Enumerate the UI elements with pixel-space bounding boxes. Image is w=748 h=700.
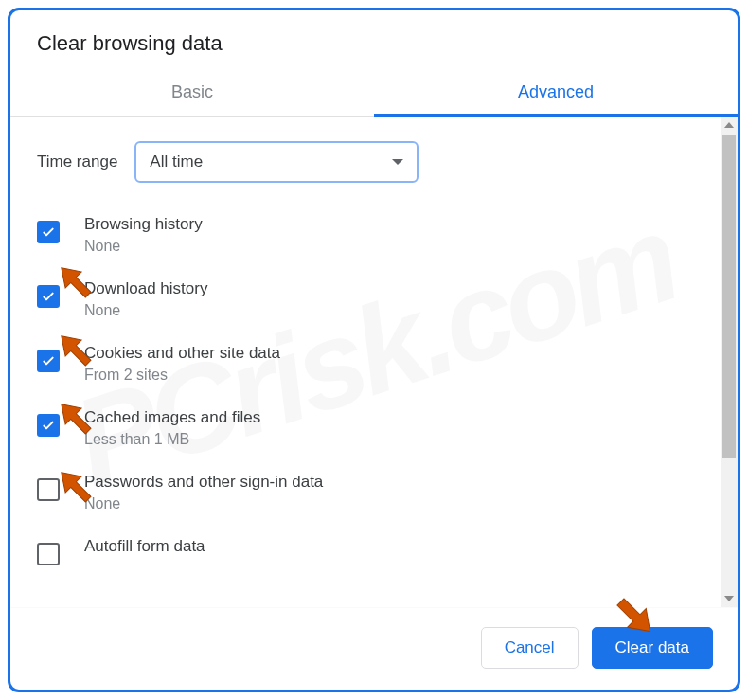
cancel-button[interactable]: Cancel <box>481 627 579 669</box>
chevron-up-icon <box>724 122 734 128</box>
scrollbar-thumb[interactable] <box>722 135 736 458</box>
time-range-label: Time range <box>37 153 117 171</box>
time-range-select[interactable]: All time <box>134 141 419 183</box>
tab-advanced[interactable]: Advanced <box>374 73 738 116</box>
option-browsing-history: Browsing history None <box>37 215 711 255</box>
chevron-down-icon <box>392 159 403 165</box>
option-subtitle: None <box>84 238 711 255</box>
scroll-area: Time range All time Browsing history Non… <box>10 117 730 607</box>
clear-browsing-data-dialog: PCrisk.com Clear browsing data Basic Adv… <box>8 8 740 692</box>
scrollbar-down-button[interactable] <box>721 590 738 607</box>
time-range-value: All time <box>150 153 203 171</box>
content-area: Time range All time Browsing history Non… <box>10 117 738 607</box>
chevron-down-icon <box>724 596 734 601</box>
option-title: Browsing history <box>84 215 711 234</box>
option-title: Passwords and other sign-in data <box>84 473 711 492</box>
option-cached-images: Cached images and files Less than 1 MB <box>37 408 711 448</box>
checkbox-cached-images[interactable] <box>37 414 60 437</box>
checkbox-browsing-history[interactable] <box>37 221 60 243</box>
checkbox-cookies[interactable] <box>37 350 60 372</box>
tabs: Basic Advanced <box>10 73 738 117</box>
checkbox-download-history[interactable] <box>37 285 60 308</box>
option-subtitle: Less than 1 MB <box>84 431 711 448</box>
tab-basic[interactable]: Basic <box>10 73 374 116</box>
option-passwords: Passwords and other sign-in data None <box>37 473 711 512</box>
option-download-history: Download history None <box>37 279 711 319</box>
option-subtitle: None <box>84 495 711 512</box>
option-title: Cookies and other site data <box>84 344 711 363</box>
option-cookies: Cookies and other site data From 2 sites <box>37 344 711 384</box>
time-range-row: Time range All time <box>37 141 711 183</box>
option-title: Autofill form data <box>84 537 711 556</box>
scrollbar[interactable] <box>721 117 738 607</box>
dialog-title: Clear browsing data <box>10 10 738 73</box>
dialog-footer: Cancel Clear data <box>10 607 738 690</box>
option-autofill: Autofill form data <box>37 537 711 565</box>
option-subtitle: From 2 sites <box>84 367 711 384</box>
option-title: Cached images and files <box>84 408 711 427</box>
scrollbar-up-button[interactable] <box>721 117 738 134</box>
checkbox-autofill[interactable] <box>37 543 60 565</box>
option-title: Download history <box>84 279 711 298</box>
clear-data-button[interactable]: Clear data <box>592 627 713 669</box>
option-subtitle: None <box>84 302 711 319</box>
checkbox-passwords[interactable] <box>37 478 60 501</box>
